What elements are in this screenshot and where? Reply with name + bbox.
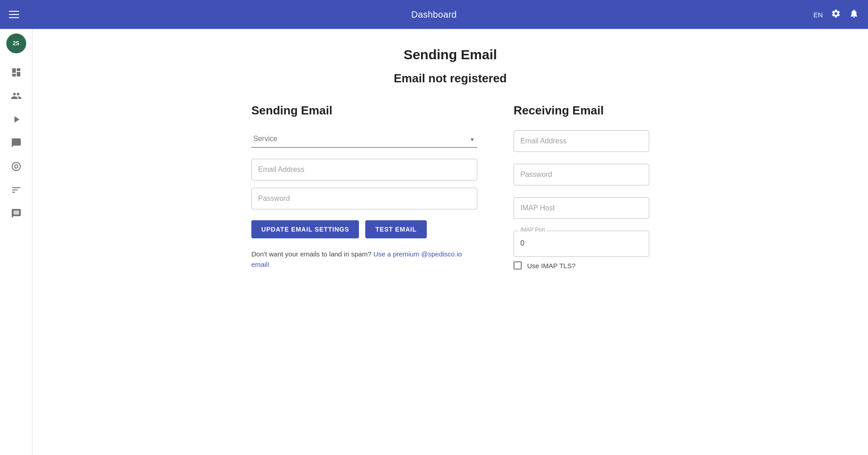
page-subtitle: Email not registered: [60, 71, 841, 85]
topbar-title: Dashboard: [411, 9, 457, 20]
sending-password-input[interactable]: [251, 188, 477, 209]
sidebar-item-filter[interactable]: [6, 180, 26, 200]
two-column-layout: Sending Email Gmail Outlook Other Servic…: [60, 104, 841, 270]
imap-tls-checkbox[interactable]: [514, 261, 522, 270]
imap-host-field-group: [514, 197, 649, 223]
settings-icon[interactable]: [831, 9, 841, 21]
spam-note: Don't want your emails to land in spam? …: [251, 249, 477, 270]
sidebar-item-dashboard[interactable]: [6, 62, 26, 82]
test-email-button[interactable]: TEST EMAIL: [365, 220, 426, 238]
sending-section-title: Sending Email: [251, 104, 477, 118]
imap-port-label: IMAP Port: [519, 227, 547, 233]
sidebar-item-messages[interactable]: [6, 204, 26, 223]
sending-email-section: Sending Email Gmail Outlook Other Servic…: [251, 104, 477, 270]
page-title: Sending Email: [60, 47, 841, 62]
sending-email-input[interactable]: [251, 159, 477, 180]
sidebar-item-roles[interactable]: [6, 156, 26, 176]
sending-email-field-group: [251, 159, 477, 180]
main-layout: 2S Sending Email Email not registered: [0, 29, 868, 455]
sending-password-field-group: [251, 188, 477, 209]
content-area: Sending Email Email not registered Sendi…: [33, 29, 868, 455]
notifications-icon[interactable]: [849, 9, 859, 21]
sidebar-logo[interactable]: 2S: [6, 33, 26, 53]
imap-host-input[interactable]: [514, 197, 649, 219]
receiving-email-field-group: [514, 130, 649, 156]
receiving-section-title: Receiving Email: [514, 104, 649, 118]
service-select[interactable]: Gmail Outlook Other: [251, 130, 477, 148]
receiving-password-field-group: [514, 164, 649, 190]
action-buttons-row: UPDATE EMAIL SETTINGS TEST EMAIL: [251, 220, 477, 238]
sidebar: 2S: [0, 29, 33, 455]
imap-port-wrapper: IMAP Port: [514, 231, 649, 257]
sidebar-item-people[interactable]: [6, 86, 26, 106]
tls-label: Use IMAP TLS?: [527, 262, 576, 270]
sidebar-item-chat[interactable]: [6, 133, 26, 153]
tls-row: Use IMAP TLS?: [514, 261, 649, 270]
imap-port-input[interactable]: [520, 239, 642, 247]
sidebar-item-send[interactable]: [6, 109, 26, 129]
receiving-email-section: Receiving Email IMAP Port Use IMAP TLS?: [514, 104, 649, 270]
update-email-settings-button[interactable]: UPDATE EMAIL SETTINGS: [251, 220, 359, 238]
topbar: Dashboard EN: [0, 0, 868, 29]
service-field-wrapper: Gmail Outlook Other Service ▾: [251, 130, 477, 148]
receiving-email-input[interactable]: [514, 130, 649, 152]
language-selector[interactable]: EN: [813, 11, 823, 19]
hamburger-menu[interactable]: [9, 11, 19, 18]
receiving-password-input[interactable]: [514, 164, 649, 185]
